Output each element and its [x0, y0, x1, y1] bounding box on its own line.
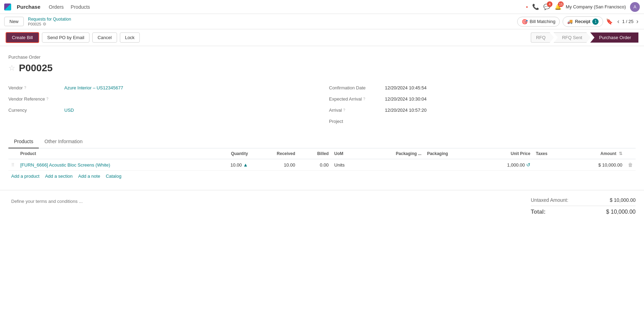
arrival-field: Arrival ? 12/20/2024 10:57:20: [329, 104, 636, 116]
vendor-ref-help-icon[interactable]: ?: [46, 97, 49, 101]
add-product-link[interactable]: Add a product: [11, 174, 39, 179]
currency-field: Currency USD: [8, 104, 315, 116]
phone-icon[interactable]: 📞: [532, 3, 539, 10]
row-taxes: [533, 159, 567, 171]
favorite-star-icon[interactable]: ☆: [8, 64, 15, 73]
top-navigation: Purchase Orders Products ● 📞 💬 4 🔔 16 My…: [0, 0, 644, 14]
col-drag: [8, 148, 17, 159]
main-menu: Orders Products: [46, 3, 93, 11]
breadcrumb: Requests for Quotation P00025 ⚙: [28, 17, 71, 27]
confirmation-date-field: Confirmation Date 12/20/2024 10:45:54: [329, 82, 636, 93]
bell-icon[interactable]: 🔔 16: [555, 3, 562, 10]
totals-section: Untaxed Amount: $ 10,000.00 Total: $ 10,…: [531, 196, 636, 218]
col-packaging: Packaging: [424, 148, 477, 159]
bell-badge: 16: [558, 1, 564, 7]
menu-orders[interactable]: Orders: [46, 3, 67, 11]
row-received: 10.00: [251, 159, 298, 171]
untaxed-amount-row: Untaxed Amount: $ 10,000.00: [531, 196, 636, 204]
products-table-wrapper: Product Quantity Received Billed UoM: [8, 148, 636, 182]
expected-arrival-value[interactable]: 12/20/2024 10:30:04: [385, 96, 427, 102]
bookmark-icon[interactable]: 🔖: [606, 18, 613, 25]
receipt-count: 1: [592, 19, 599, 25]
truck-icon: 🚚: [567, 19, 573, 24]
tab-products[interactable]: Products: [8, 135, 39, 148]
step-rfq-sent[interactable]: RFQ Sent: [553, 32, 591, 43]
col-taxes: Taxes: [533, 148, 567, 159]
total-label: Total:: [531, 209, 545, 215]
arrival-value[interactable]: 12/20/2024 10:57:20: [385, 108, 427, 113]
prev-page-button[interactable]: ‹: [616, 18, 621, 25]
product-name-link[interactable]: [FURN_6666] Acoustic Bloc Screens (White…: [20, 162, 110, 168]
terms-input[interactable]: [8, 196, 531, 217]
terms-section: [8, 196, 531, 218]
delete-row-icon[interactable]: 🗑: [628, 162, 633, 168]
tab-other-information[interactable]: Other Information: [39, 135, 88, 148]
products-table: Product Quantity Received Billed UoM: [8, 148, 636, 171]
form-fields: Vendor ? Azure Interior – US12345677 Ven…: [8, 82, 636, 127]
next-page-button[interactable]: ›: [635, 18, 640, 25]
step-purchase-order[interactable]: Purchase Order: [590, 32, 638, 43]
currency-value[interactable]: USD: [64, 108, 74, 113]
row-drag-handle[interactable]: ⠿: [8, 159, 17, 171]
vendor-help-icon[interactable]: ?: [24, 86, 26, 90]
app-logo: [4, 3, 11, 10]
col-packaging-qty: Packaging ...: [363, 148, 424, 159]
vendor-value[interactable]: Azure Interior – US12345677: [64, 85, 123, 90]
row-product: [FURN_6666] Acoustic Bloc Screens (White…: [17, 159, 205, 171]
table-row: ⠿ [FURN_6666] Acoustic Bloc Screens (Whi…: [8, 159, 636, 171]
bill-matching-button[interactable]: 🎯 Bill Matching: [517, 17, 560, 27]
status-red-dot: ●: [526, 5, 528, 9]
project-field: Project: [329, 116, 636, 127]
app-name: Purchase: [17, 4, 41, 10]
receipt-button[interactable]: 🚚 Receipt 1: [563, 16, 603, 27]
main-content: Purchase Order ☆ P00025 Vendor ? Azure I…: [0, 46, 644, 182]
chat-icon[interactable]: 💬 4: [543, 3, 550, 10]
trend-chart-icon[interactable]: ▲: [243, 162, 248, 168]
breadcrumb-current: P00025: [28, 22, 41, 26]
catalog-link[interactable]: Catalog: [106, 174, 122, 179]
send-po-email-button[interactable]: Send PO by Email: [42, 32, 89, 43]
row-billed: 0.00: [298, 159, 332, 171]
step-rfq[interactable]: RFQ: [531, 32, 554, 43]
total-row: Total: $ 10,000.00: [531, 206, 636, 216]
top-action-buttons: 🎯 Bill Matching 🚚 Receipt 1 🔖 ‹ 1 / 25 ›: [517, 16, 640, 27]
add-section-link[interactable]: Add a section: [45, 174, 73, 179]
action-bar: Create Bill Send PO by Email Cancel Lock…: [0, 29, 644, 46]
create-bill-button[interactable]: Create Bill: [6, 32, 39, 43]
menu-products[interactable]: Products: [68, 3, 93, 11]
row-quantity: 10.00 ▲: [205, 159, 251, 171]
company-name: My Company (San Francisco): [566, 4, 626, 9]
row-amount: $ 10,000.00: [567, 159, 625, 171]
nav-right-actions: ● 📞 💬 4 🔔 16 My Company (San Francisco) …: [526, 2, 640, 12]
amount-sort-icon[interactable]: ⇅: [619, 151, 622, 156]
untaxed-value: $ 10,000.00: [610, 197, 636, 203]
new-button[interactable]: New: [4, 17, 24, 26]
confirmation-date-value[interactable]: 12/20/2024 10:45:54: [385, 85, 427, 90]
table-header-row: Product Quantity Received Billed UoM: [8, 148, 636, 159]
form-left-column: Vendor ? Azure Interior – US12345677 Ven…: [8, 82, 315, 127]
form-right-column: Confirmation Date 12/20/2024 10:45:54 Ex…: [329, 82, 636, 127]
secondary-navigation: New Requests for Quotation P00025 ⚙ 🎯 Bi…: [0, 14, 644, 29]
cancel-button[interactable]: Cancel: [92, 32, 117, 43]
col-delete: [625, 148, 636, 159]
user-avatar[interactable]: A: [630, 2, 640, 12]
status-stepper: RFQ RFQ Sent Purchase Order: [531, 32, 638, 43]
expected-arrival-help-icon[interactable]: ?: [363, 97, 365, 101]
row-uom[interactable]: Units: [332, 159, 363, 171]
add-note-link[interactable]: Add a note: [78, 174, 100, 179]
reset-price-icon[interactable]: ↺: [526, 162, 530, 168]
breadcrumb-parent[interactable]: Requests for Quotation: [28, 17, 71, 22]
target-icon: 🎯: [522, 19, 528, 24]
gear-icon[interactable]: ⚙: [43, 22, 46, 27]
col-product: Product: [17, 148, 205, 159]
row-packaging: [424, 159, 477, 171]
lock-button[interactable]: Lock: [120, 32, 140, 43]
document-title-row: ☆ P00025: [8, 62, 636, 74]
arrival-help-icon[interactable]: ?: [343, 108, 345, 112]
row-delete-cell: 🗑: [625, 159, 636, 171]
totals-table: Untaxed Amount: $ 10,000.00 Total: $ 10,…: [531, 196, 636, 218]
col-quantity: Quantity: [205, 148, 251, 159]
col-unit-price: Unit Price: [477, 148, 533, 159]
footer-inner: Untaxed Amount: $ 10,000.00 Total: $ 10,…: [0, 190, 644, 223]
row-unit-price: 1,000.00 ↺: [477, 159, 533, 171]
